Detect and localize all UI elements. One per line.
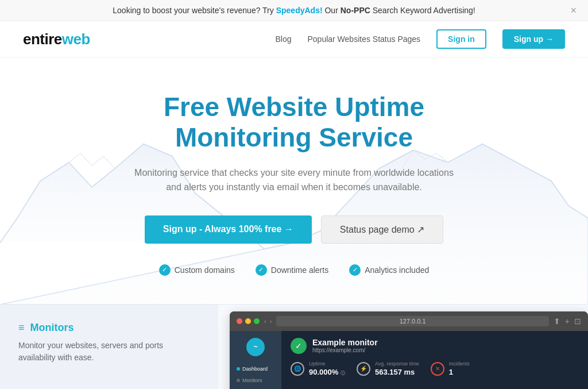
bottom-section: ≡ Monitors Monitor your websites, server… xyxy=(0,305,588,389)
sidebar-dashboard-label: Dashboard xyxy=(242,366,268,372)
monitor-stats: 🌐 Uptime 90.000% ⓘ ⚡ xyxy=(291,361,579,377)
uptime-info: Uptime 90.000% ⓘ xyxy=(309,361,345,377)
uptime-info-icon: ⓘ xyxy=(341,371,345,376)
incidents-value: 1 xyxy=(449,368,453,376)
main-content-panel: ✓ Example monitor https://example.com/ 🌐… xyxy=(281,331,588,389)
check-icon-1: ✓ xyxy=(159,264,171,276)
browser-actions: ⬆ + ⊡ xyxy=(554,317,581,326)
banner-text-prefix: Looking to boost your website's revenue?… xyxy=(113,6,276,15)
monitors-description: Monitor your websites, servers and ports… xyxy=(18,340,200,364)
banner-text-middle: Our xyxy=(324,6,340,15)
forward-icon[interactable]: › xyxy=(270,318,272,325)
incidents-icon: ✕ xyxy=(431,362,444,376)
signup-nav-button[interactable]: Sign up → xyxy=(502,29,565,49)
back-icon[interactable]: ‹ xyxy=(264,318,266,325)
navbar: entireweb Blog Popular Websites Status P… xyxy=(0,21,588,57)
browser-dots xyxy=(237,318,260,324)
hero-content: Free Website Uptime Monitoring Service M… xyxy=(11,92,577,276)
hero-title-line2: Monitoring Service xyxy=(175,122,413,152)
hero-subtitle: Monitoring service that checks your site… xyxy=(133,165,455,195)
sidebar-monitors[interactable]: Monitors xyxy=(234,375,277,386)
hero-signup-button[interactable]: Sign up - Always 100% free → xyxy=(145,215,312,244)
hero-features: ✓ Custom domains ✓ Downtime alerts ✓ Ana… xyxy=(11,264,577,276)
response-value: 563.157 ms xyxy=(375,368,415,376)
share-icon[interactable]: ⬆ xyxy=(554,317,560,326)
browser-area: ‹ › 127.0.0.1 ⬆ + ⊡ ~ Dashboard xyxy=(218,305,588,389)
monitors-title-text: Monitors xyxy=(30,322,74,334)
monitors-icon: ≡ xyxy=(18,322,25,334)
hero-feature-3: ✓ Analytics included xyxy=(349,264,429,276)
check-icon-2: ✓ xyxy=(256,264,267,276)
uptime-icon: 🌐 xyxy=(291,362,304,376)
hero-section: Free Website Uptime Monitoring Service M… xyxy=(0,57,588,305)
hero-feature-1: ✓ Custom domains xyxy=(159,264,235,276)
hero-feature-2: ✓ Downtime alerts xyxy=(256,264,328,276)
add-tab-icon[interactable]: + xyxy=(565,317,570,326)
browser-mockup: ‹ › 127.0.0.1 ⬆ + ⊡ ~ Dashboard xyxy=(230,311,588,389)
response-icon: ⚡ xyxy=(357,362,370,376)
monitor-header: ✓ Example monitor https://example.com/ xyxy=(291,338,579,354)
uptime-stat: 🌐 Uptime 90.000% ⓘ xyxy=(291,361,345,377)
dot-green xyxy=(254,318,260,324)
response-label: Avg. response time xyxy=(375,361,419,367)
browser-nav: ‹ › xyxy=(264,318,272,325)
banner-text-suffix: Search Keyword Advertising! xyxy=(373,6,475,15)
monitors-title: ≡ Monitors xyxy=(18,322,200,334)
hero-demo-button[interactable]: Status page demo ↗ xyxy=(321,215,443,244)
dot-yellow xyxy=(245,318,251,324)
response-stat: ⚡ Avg. response time 563.157 ms xyxy=(357,361,419,377)
incidents-label: Incidents xyxy=(449,361,470,367)
banner-noppc: No-PPC xyxy=(341,6,370,15)
sidebar-heartbeats[interactable]: Heartbeats xyxy=(234,386,277,389)
check-icon-3: ✓ xyxy=(349,264,361,276)
response-info: Avg. response time 563.157 ms xyxy=(375,361,419,377)
hero-feature-label-2: Downtime alerts xyxy=(271,265,328,275)
avatar: ~ xyxy=(246,338,265,356)
hero-feature-label-3: Analytics included xyxy=(365,265,429,275)
hero-title: Free Website Uptime Monitoring Service xyxy=(11,92,577,153)
nav-links: Blog Popular Websites Status Pages Sign … xyxy=(275,29,565,49)
browser-sidebar: ~ Dashboard Monitors Heartbeats xyxy=(230,331,281,389)
dot-red xyxy=(237,318,242,324)
incidents-info: Incidents 1 xyxy=(449,361,470,377)
monitor-status-icon: ✓ xyxy=(291,338,307,354)
uptime-value: 90.000% ⓘ xyxy=(309,368,345,376)
sidebar-monitors-label: Monitors xyxy=(242,378,262,383)
nav-popular[interactable]: Popular Websites Status Pages xyxy=(307,34,420,44)
monitor-url: https://example.com/ xyxy=(312,347,378,353)
sidebar-dot xyxy=(237,367,240,371)
hero-title-line1: Free Website Uptime xyxy=(164,92,424,122)
uptime-label: Uptime xyxy=(309,361,345,367)
hero-feature-label-1: Custom domains xyxy=(175,265,235,275)
address-bar[interactable]: 127.0.0.1 xyxy=(276,316,548,326)
monitor-name: Example monitor xyxy=(312,338,378,347)
sidebar-monitors-dot xyxy=(237,379,240,382)
uptime-value-text: 90.000% xyxy=(309,368,338,376)
monitor-title-block: Example monitor https://example.com/ xyxy=(312,338,378,353)
banner-speedy-link[interactable]: SpeedyAds! xyxy=(276,6,323,15)
banner-close-button[interactable]: × xyxy=(570,5,577,17)
sidebar-dashboard[interactable]: Dashboard xyxy=(234,363,277,375)
top-banner: Looking to boost your website's revenue?… xyxy=(0,0,588,21)
incidents-stat: ✕ Incidents 1 xyxy=(431,361,470,377)
minimize-icon[interactable]: ⊡ xyxy=(574,317,581,326)
hero-buttons: Sign up - Always 100% free → Status page… xyxy=(11,215,577,244)
nav-blog[interactable]: Blog xyxy=(275,34,291,44)
monitors-panel: ≡ Monitors Monitor your websites, server… xyxy=(0,305,218,389)
browser-body: ~ Dashboard Monitors Heartbeats xyxy=(230,331,588,389)
logo[interactable]: entireweb xyxy=(23,30,90,48)
signin-button[interactable]: Sign in xyxy=(436,29,486,49)
browser-toolbar: ‹ › 127.0.0.1 ⬆ + ⊡ xyxy=(230,311,588,331)
